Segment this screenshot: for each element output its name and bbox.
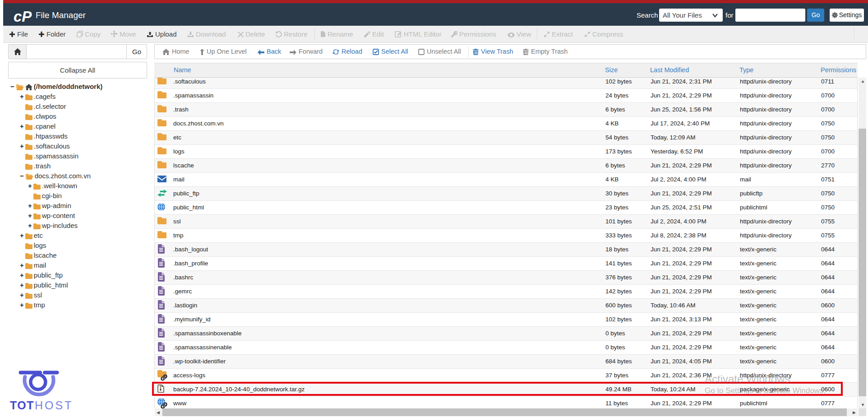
svg-text:HOST: HOST bbox=[35, 399, 73, 412]
svg-text:TOT: TOT bbox=[10, 399, 34, 412]
svg-text:cP: cP bbox=[14, 8, 32, 25]
